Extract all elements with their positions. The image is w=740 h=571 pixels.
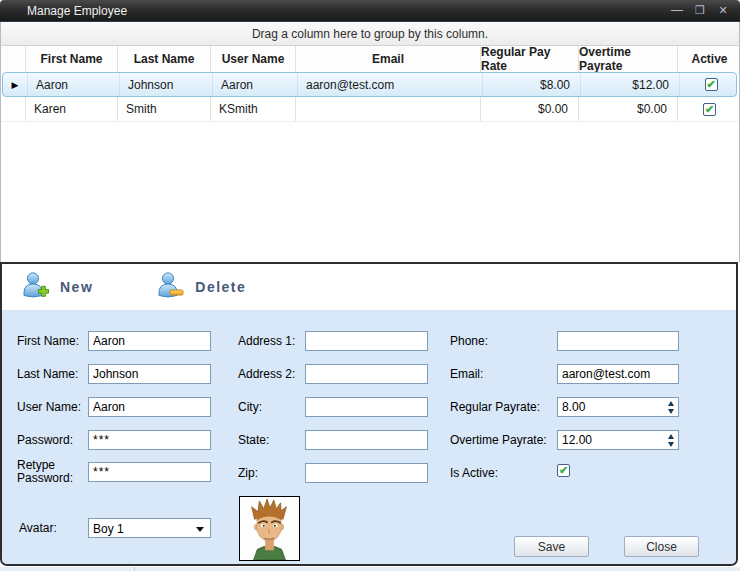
cell-overtime-payrate[interactable]: $0.00 bbox=[579, 97, 678, 121]
table-row-selected[interactable]: ▶ Aaron Johnson Aaron aaron@test.com $8.… bbox=[2, 72, 737, 97]
is-active-label: Is Active: bbox=[450, 467, 498, 480]
retype-password-label: Retype Password: bbox=[17, 459, 79, 485]
first-name-label: First Name: bbox=[17, 335, 79, 348]
cell-first-name[interactable]: Karen bbox=[26, 97, 118, 121]
employee-grid: Drag a column here to group by this colu… bbox=[0, 22, 740, 262]
password-field[interactable] bbox=[88, 430, 211, 450]
user-name-field[interactable] bbox=[88, 397, 211, 417]
avatar-preview-image bbox=[239, 496, 300, 561]
active-checkbox[interactable]: ✔ bbox=[703, 103, 716, 116]
toolbar: New bbox=[2, 264, 736, 310]
avatar-select[interactable]: Boy 1 bbox=[88, 518, 211, 538]
maximize-button[interactable]: ❒ bbox=[693, 3, 707, 17]
column-header-email[interactable]: Email bbox=[296, 46, 481, 72]
regular-payrate-label: Regular Payrate: bbox=[450, 401, 540, 414]
cell-active: ✔ bbox=[678, 97, 740, 121]
minimize-button[interactable]: — bbox=[670, 3, 684, 17]
cell-first-name[interactable]: Aaron bbox=[28, 73, 120, 96]
boy-avatar-illustration bbox=[240, 497, 299, 560]
state-field[interactable] bbox=[305, 430, 428, 450]
overtime-payrate-field[interactable] bbox=[557, 430, 679, 450]
new-button[interactable]: New bbox=[22, 271, 93, 304]
column-header-regular-pay-rate[interactable]: Regular Pay Rate bbox=[481, 46, 579, 72]
column-header-user-name[interactable]: User Name bbox=[211, 46, 296, 72]
active-checkbox[interactable]: ✔ bbox=[705, 78, 718, 91]
address2-field[interactable] bbox=[305, 364, 428, 384]
grid-header-row: First Name Last Name User Name Email Reg… bbox=[1, 46, 739, 72]
address1-field[interactable] bbox=[305, 331, 428, 351]
chevron-down-icon bbox=[196, 527, 204, 532]
spin-up-icon[interactable] bbox=[668, 401, 674, 406]
column-header-first-name[interactable]: First Name bbox=[26, 46, 118, 72]
window-controls: — ❒ ✕ bbox=[670, 3, 730, 17]
city-label: City: bbox=[238, 401, 262, 414]
state-label: State: bbox=[238, 434, 269, 447]
close-form-button[interactable]: Close bbox=[624, 536, 699, 557]
delete-employee-icon bbox=[157, 271, 184, 304]
cell-regular-pay-rate[interactable]: $0.00 bbox=[481, 97, 579, 121]
overtime-payrate-label: Overtime Payrate: bbox=[450, 434, 547, 447]
cell-overtime-payrate[interactable]: $12.00 bbox=[581, 73, 680, 96]
avatar-selected-option: Boy 1 bbox=[93, 522, 124, 536]
phone-field[interactable] bbox=[557, 331, 679, 351]
avatar-label: Avatar: bbox=[19, 522, 57, 535]
window-title: Manage Employee bbox=[27, 4, 127, 18]
cell-user-name[interactable]: Aaron bbox=[213, 73, 298, 96]
city-field[interactable] bbox=[305, 397, 428, 417]
last-name-field[interactable] bbox=[88, 364, 211, 384]
cell-regular-pay-rate[interactable]: $8.00 bbox=[483, 73, 581, 96]
row-indicator-header bbox=[1, 46, 26, 72]
new-button-label: New bbox=[60, 279, 93, 295]
spin-up-icon[interactable] bbox=[668, 434, 674, 439]
cell-email[interactable] bbox=[296, 97, 481, 121]
overtime-payrate-spin-buttons bbox=[663, 431, 678, 449]
group-by-drop-zone[interactable]: Drag a column here to group by this colu… bbox=[1, 22, 739, 46]
cell-user-name[interactable]: KSmith bbox=[211, 97, 296, 121]
address2-label: Address 2: bbox=[238, 368, 295, 381]
bottom-edge-divider bbox=[134, 567, 135, 571]
manage-employee-window: Manage Employee — ❒ ✕ Drag a column here… bbox=[0, 0, 740, 571]
table-row[interactable]: Karen Smith KSmith $0.00 $0.00 ✔ bbox=[1, 97, 739, 122]
column-header-overtime-payrate[interactable]: Overtime Payrate bbox=[579, 46, 678, 72]
phone-label: Phone: bbox=[450, 335, 488, 348]
email-label: Email: bbox=[450, 368, 483, 381]
regular-payrate-spin-buttons bbox=[663, 398, 678, 416]
address1-label: Address 1: bbox=[238, 335, 295, 348]
delete-button-label: Delete bbox=[195, 279, 246, 295]
cell-last-name[interactable]: Johnson bbox=[120, 73, 213, 96]
retype-password-field[interactable] bbox=[88, 462, 211, 482]
column-header-last-name[interactable]: Last Name bbox=[118, 46, 211, 72]
zip-label: Zip: bbox=[238, 467, 258, 480]
employee-form: First Name: Last Name: User Name: Passwo… bbox=[2, 310, 736, 564]
detail-panel: New bbox=[0, 262, 738, 566]
column-header-active[interactable]: Active bbox=[678, 46, 740, 72]
overtime-payrate-stepper bbox=[557, 430, 679, 450]
cell-active: ✔ bbox=[680, 73, 740, 96]
first-name-field[interactable] bbox=[88, 331, 211, 351]
close-button[interactable]: ✕ bbox=[716, 3, 730, 17]
regular-payrate-stepper bbox=[557, 397, 679, 417]
selected-row-marker-icon: ▶ bbox=[3, 73, 28, 96]
password-label: Password: bbox=[17, 434, 73, 447]
user-name-label: User Name: bbox=[17, 401, 81, 414]
is-active-checkbox[interactable]: ✔ bbox=[557, 464, 570, 477]
row-indicator-cell bbox=[1, 97, 26, 121]
spin-down-icon[interactable] bbox=[668, 442, 674, 447]
last-name-label: Last Name: bbox=[17, 368, 78, 381]
window-bottom-edge bbox=[0, 567, 740, 571]
delete-button[interactable]: Delete bbox=[157, 271, 246, 304]
cell-email[interactable]: aaron@test.com bbox=[298, 73, 483, 96]
titlebar[interactable]: Manage Employee — ❒ ✕ bbox=[0, 0, 740, 22]
new-employee-icon bbox=[22, 271, 49, 304]
email-field[interactable] bbox=[557, 364, 679, 384]
spin-down-icon[interactable] bbox=[668, 409, 674, 414]
regular-payrate-field[interactable] bbox=[557, 397, 679, 417]
zip-field[interactable] bbox=[305, 463, 428, 483]
save-button[interactable]: Save bbox=[514, 536, 589, 557]
cell-last-name[interactable]: Smith bbox=[118, 97, 211, 121]
